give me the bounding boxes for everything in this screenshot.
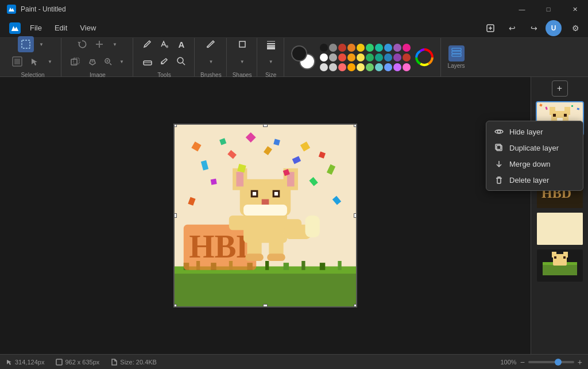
svg-rect-81	[553, 114, 556, 117]
crop-dropdown[interactable]: ▼	[44, 55, 56, 68]
zoom-out-button[interactable]: −	[520, 358, 525, 367]
color-swatch[interactable]	[366, 44, 374, 52]
color-swatch[interactable]	[329, 53, 337, 62]
pencil-button[interactable]	[139, 36, 155, 52]
color-swatch[interactable]	[366, 53, 374, 62]
maximize-button[interactable]: □	[535, 0, 562, 18]
window-controls: — □ ✕	[509, 0, 588, 18]
color-swatch[interactable]	[384, 44, 392, 52]
color-swatch[interactable]	[375, 53, 383, 62]
resize-handle-tr[interactable]	[354, 124, 357, 127]
zoom-dropdown[interactable]	[102, 55, 114, 68]
add-layer-button[interactable]: +	[552, 80, 568, 97]
color-swatch[interactable]	[338, 53, 346, 62]
undo-button[interactable]: ↩	[504, 20, 520, 36]
brush-dropdown[interactable]: ▼	[203, 53, 219, 70]
color-swatch[interactable]	[403, 63, 411, 71]
rotate-button[interactable]	[74, 36, 90, 52]
resize-handle-bc[interactable]	[263, 304, 268, 308]
color-swatch[interactable]	[338, 44, 346, 52]
svg-rect-34	[284, 263, 289, 270]
color-swatch[interactable]	[329, 44, 337, 52]
flip-dropdown-arrow[interactable]: ▼	[109, 38, 121, 51]
layer-5-thumbnail[interactable]	[536, 248, 584, 283]
redo-button[interactable]: ↪	[526, 20, 542, 36]
color-swatch[interactable]	[393, 53, 401, 62]
save-to-cloud-button[interactable]	[482, 20, 498, 36]
color-swatch[interactable]	[347, 44, 355, 52]
color-swatch[interactable]	[384, 63, 392, 71]
zoom-slider-thumb[interactable]	[555, 359, 562, 366]
color-swatch[interactable]	[393, 63, 401, 71]
hide-layer-menu-item[interactable]: Hide layer	[486, 124, 583, 140]
minimize-button[interactable]: —	[509, 0, 535, 18]
selection-arrow[interactable]	[26, 53, 42, 70]
size-dropdown[interactable]: ▼	[263, 53, 279, 70]
color-swatch[interactable]	[320, 63, 328, 71]
color-swatch[interactable]	[366, 63, 374, 71]
selection-dropdown[interactable]: ▼	[35, 38, 48, 51]
menu-edit[interactable]: Edit	[49, 21, 73, 34]
delete-layer-icon	[494, 175, 504, 184]
menu-view[interactable]: View	[74, 21, 102, 34]
color-swatch[interactable]	[375, 44, 383, 52]
resize-handle-tc[interactable]	[263, 124, 268, 127]
color-swatch[interactable]	[384, 53, 392, 62]
delete-layer-menu-item[interactable]: Delete layer	[486, 172, 583, 188]
duplicate-layer-menu-item[interactable]: Duplicate layer	[486, 140, 583, 156]
menu-file[interactable]: File	[24, 21, 48, 34]
color-swatch[interactable]	[320, 44, 328, 52]
color-swatch[interactable]	[357, 63, 365, 71]
color-wheel-button[interactable]	[415, 48, 434, 67]
layers-panel-button[interactable]	[448, 45, 465, 62]
eraser-button[interactable]	[139, 53, 155, 70]
color-swatch[interactable]	[403, 53, 411, 62]
color-picker-button[interactable]	[156, 53, 172, 70]
user-avatar[interactable]: U	[546, 20, 562, 36]
color-swatch[interactable]	[357, 44, 365, 52]
shapes-dropdown[interactable]: ▼	[234, 53, 250, 70]
svg-rect-113	[554, 256, 556, 259]
shapes-button[interactable]	[234, 36, 250, 52]
close-button[interactable]: ✕	[562, 0, 588, 18]
resize-button[interactable]	[67, 53, 83, 70]
color-swatch[interactable]	[338, 63, 346, 71]
magnify-button[interactable]	[173, 53, 189, 70]
zoom-slider[interactable]	[528, 361, 574, 363]
fill-button[interactable]	[156, 36, 172, 52]
color-swatch[interactable]	[375, 63, 383, 71]
line-size-button[interactable]	[263, 36, 279, 52]
color-swatch[interactable]	[347, 63, 355, 71]
menu-right: ↩ ↪ U ⚙	[480, 20, 583, 36]
cursor-position-group: 314,124px	[6, 359, 44, 366]
brush-button[interactable]	[203, 36, 219, 52]
layers-label: Layers	[448, 63, 465, 69]
selection-tool-button[interactable]	[18, 36, 34, 52]
flip-dropdown[interactable]	[91, 36, 107, 52]
text-button[interactable]: A	[173, 36, 189, 52]
color-swatch[interactable]	[357, 53, 365, 62]
resize-handle-tl[interactable]	[173, 124, 177, 127]
resize-handle-mr[interactable]	[354, 213, 357, 218]
zoom-in-button[interactable]: +	[578, 358, 582, 367]
magic-select-button[interactable]	[84, 53, 100, 70]
settings-button[interactable]: ⚙	[567, 20, 583, 36]
zoom-dropdown-arrow[interactable]: ▼	[115, 55, 128, 68]
svg-rect-89	[571, 105, 573, 107]
resize-handle-br[interactable]	[354, 304, 357, 308]
canvas[interactable]: HBD	[173, 124, 357, 308]
resize-handle-ml[interactable]	[173, 213, 177, 218]
foreground-color[interactable]	[291, 45, 307, 62]
color-swatch[interactable]	[403, 44, 411, 52]
svg-rect-0	[7, 5, 16, 14]
color-selector[interactable]	[291, 45, 315, 70]
select-all-button[interactable]	[9, 53, 25, 70]
color-swatch[interactable]	[393, 44, 401, 52]
color-swatch[interactable]	[347, 53, 355, 62]
color-swatch[interactable]	[329, 63, 337, 71]
layer-4-thumbnail[interactable]	[536, 212, 584, 246]
merge-down-menu-item[interactable]: Merge down	[486, 156, 583, 172]
resize-handle-bl[interactable]	[173, 304, 177, 308]
file-size: Size: 20.4KB	[120, 359, 157, 366]
color-swatch[interactable]	[320, 53, 328, 62]
